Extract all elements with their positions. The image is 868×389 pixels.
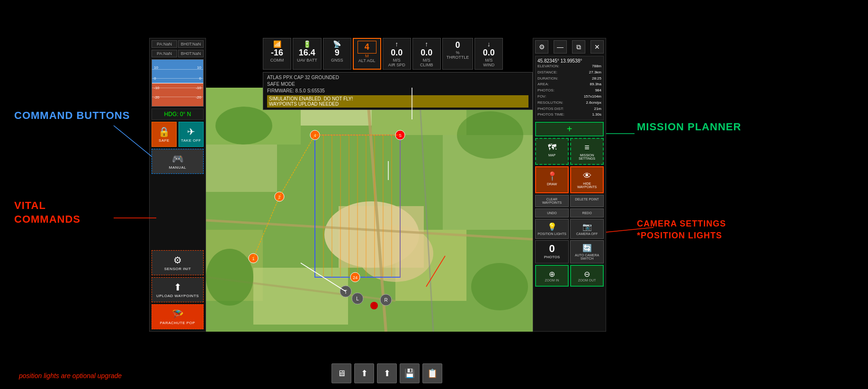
zoom-in-icon: ⊕ (549, 270, 555, 279)
log-line-1: ATLAS PPX CAP 32 GROUNDED (267, 74, 528, 81)
horizon-line (152, 83, 203, 83)
gnss-value: 9 (327, 48, 347, 58)
camera-settings-label: CAMERA SETTINGS*POSITION LIGHTS (637, 218, 726, 242)
zoom-in-button[interactable]: ⊕ ZOOM IN (535, 265, 569, 287)
safe-icon: 🔒 (158, 126, 170, 137)
command-buttons-label: COMMAND BUTTONS (14, 109, 130, 123)
svg-point-56 (370, 302, 378, 309)
upload-label: UPLOAD WAYPOINTS (156, 294, 199, 298)
auto-camera-button[interactable]: 🔄 AUTO CAMERA SWITCH (570, 240, 604, 263)
comm-icon: 📶 (267, 40, 287, 48)
restore-icon-btn[interactable]: ⧉ (572, 40, 585, 54)
svg-text:S: S (399, 133, 402, 138)
vital-commands-label: VITALCOMMANDS (14, 199, 81, 226)
climb-icon: ↑ (417, 40, 437, 48)
map-label: MAP (548, 154, 555, 157)
mission-settings-label: MISSION SETTINGS (573, 154, 601, 160)
close-icon-btn[interactable]: ✕ (591, 40, 604, 54)
parachute-button[interactable]: 🪂 PARACHUTE POP (152, 304, 204, 329)
photos-value: 984 (595, 88, 601, 94)
photos-label: PHOTOS: (537, 88, 555, 94)
mission-settings-icon: ≡ (584, 143, 590, 153)
open-button[interactable]: 🖥 (331, 363, 351, 383)
camera-off-label: CAMERA OFF (576, 232, 598, 235)
mission-planner-label: MISSION PLANNER (637, 121, 741, 133)
position-lights-label: POSITION LIGHTS (537, 232, 566, 235)
throttle-value: 0 (447, 40, 469, 50)
zoom-in-label: ZOOM IN (545, 279, 559, 282)
save-button[interactable]: 💾 (400, 363, 420, 383)
takeoff-icon: ✈ (187, 126, 195, 137)
zoom-btns: ⊕ ZOOM IN ⊖ ZOOM OUT (535, 265, 604, 287)
resolution-value: 2.6cm/px (586, 100, 601, 106)
zoom-out-icon: ⊖ (584, 270, 590, 279)
airspd-label2: AIR SPD (387, 63, 407, 67)
export-button[interactable]: 📋 (422, 363, 442, 383)
map-button[interactable]: 🗺 MAP (535, 138, 569, 165)
minimize-icon-btn[interactable]: — (554, 40, 567, 54)
sensor-init-button[interactable]: ⚙ SENSOR INIT (152, 250, 204, 275)
gnss-cell: 📡 9 GNSS (323, 38, 351, 70)
hdg-display: HDG: 0° N (152, 109, 204, 120)
pa-cell: PA:NaN (152, 40, 177, 48)
map-icon: 🗺 (548, 143, 556, 153)
wind-value: 0.0 (479, 48, 499, 58)
parachute-icon: 🪂 (172, 308, 184, 320)
position-lights-button[interactable]: 💡 POSITION LIGHTS (535, 219, 569, 239)
area-label: AREA: (537, 81, 549, 88)
elevation-label: ELEVATION: (537, 63, 559, 70)
fov-row: FOV: 157x104m (537, 94, 601, 100)
climb-value: 0.0 (417, 48, 437, 58)
delete-point-button[interactable]: DELETE POINT (570, 195, 604, 207)
manual-label: MANUAL (169, 165, 186, 170)
photos-count-display: 0 PHOTOS (535, 240, 569, 263)
svg-text:L: L (356, 296, 359, 301)
settings-icon-btn[interactable]: ⚙ (535, 40, 548, 54)
photos-dist-label: PHOTOS DIST: (537, 106, 564, 112)
area-row: AREA: 89.3ha (537, 81, 601, 88)
takeoff-label: TAKE OFF (181, 138, 201, 143)
photos-time-label: PHOTOS TIME: (537, 112, 564, 118)
add-point-button[interactable]: + (535, 122, 604, 136)
upload-waypoints-button[interactable]: ⬆ UPLOAD WAYPOINTS (152, 277, 204, 302)
distance-value: 27.3km (589, 70, 601, 76)
coords-display: 45.82345° 13.99538° ELEVATION: 788m DIST… (535, 56, 604, 120)
resolution-row: RESOLUTION: 2.6cm/px (537, 100, 601, 106)
parachute-label: PARACHUTE POP (160, 321, 195, 325)
takeoff-button[interactable]: ✈ TAKE OFF (179, 122, 204, 147)
wind-label2: WIND (479, 63, 499, 67)
draw-button[interactable]: 📍 DRAW (535, 166, 569, 193)
zoom-out-button[interactable]: ⊖ ZOOM OUT (570, 265, 604, 287)
right-panel: ⚙ — ⧉ ✕ 45.82345° 13.99538° ELEVATION: 7… (533, 38, 606, 332)
photos-dist-row: PHOTOS DIST: 21m (537, 106, 601, 112)
bh-value: BH0T:NaN (178, 50, 204, 57)
comm-cell: 📶 -16 COMM (263, 38, 291, 70)
gnss-icon: 📡 (327, 40, 347, 48)
draw-icon: 📍 (547, 171, 557, 181)
camera-off-button[interactable]: 📷 CAMERA OFF (570, 219, 604, 239)
manual-button[interactable]: 🎮 MANUAL (152, 149, 204, 174)
fov-label: FOV: (537, 94, 546, 100)
hide-waypoints-button[interactable]: 👁 HIDE WAYPOINTS (570, 166, 604, 193)
uav-batt-cell: 🔋 16.4 UAV BATT (293, 38, 322, 70)
clear-waypoints-button[interactable]: CLEAR WAYPOINTS (535, 195, 569, 207)
duration-label: DURATION: (537, 76, 558, 82)
batt-value: 16.4 (297, 48, 317, 58)
left-panel: PA:NaN BH0T:NaN PA:NaN BH0T:NaN 10 10 0 … (149, 38, 206, 332)
photos-time-value: 1.30s (592, 112, 601, 118)
undo-button[interactable]: UNDO (535, 208, 569, 217)
svg-text:T: T (344, 289, 347, 295)
safe-label: SAFE (159, 138, 170, 143)
position-lights-note: position lights are optional upgrade (19, 372, 122, 380)
safe-button[interactable]: 🔒 SAFE (152, 122, 177, 147)
redo-button[interactable]: REDO (570, 208, 604, 217)
camera-off-icon: 📷 (582, 222, 592, 231)
upload1-button[interactable]: ⬆ (354, 363, 374, 383)
elevation-value: 788m (592, 63, 601, 70)
photos-time-row: PHOTOS TIME: 1.30s (537, 112, 601, 118)
mission-settings-button[interactable]: ≡ MISSION SETTINGS (570, 138, 604, 165)
svg-text:R: R (384, 298, 387, 303)
map-area[interactable]: 4 S 2 1 24 T L R (206, 88, 533, 332)
upload2-button[interactable]: ⬆ (377, 363, 397, 383)
climb-cell: ↑ 0.0 m/s CLIMB (412, 38, 441, 70)
